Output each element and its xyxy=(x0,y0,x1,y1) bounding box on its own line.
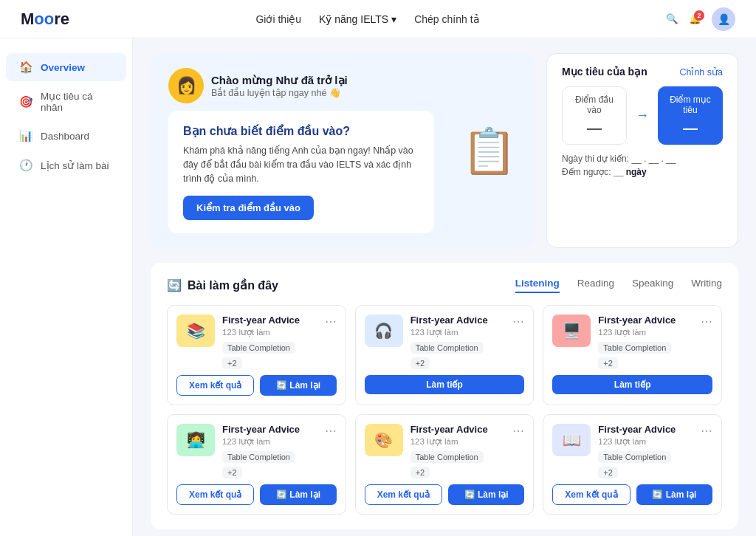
goal-edit-link[interactable]: Chỉnh sửa xyxy=(679,66,723,78)
continue-button[interactable]: Làm tiếp xyxy=(552,375,712,394)
home-icon: 🏠 xyxy=(19,61,33,74)
tag-more: +2 xyxy=(598,357,618,369)
goal-date: Ngày thi dự kiến: __ . __ . __ xyxy=(562,154,723,164)
welcome-card: 👩 Chào mừng Như đã trở lại Bắt đầu luyện… xyxy=(151,53,535,248)
clock-icon: 🕐 xyxy=(19,159,33,172)
card-more-button[interactable]: ⋯ xyxy=(512,424,524,438)
exercise-card: 🎧 First-year Advice 123 lượt làm Table C… xyxy=(355,305,535,405)
view-result-button[interactable]: Xem kết quả xyxy=(176,375,254,396)
view-result-button[interactable]: Xem kết quả xyxy=(552,484,630,505)
main-content: 👩 Chào mừng Như đã trở lại Bắt đầu luyện… xyxy=(133,38,756,536)
search-button[interactable]: 🔍 xyxy=(666,13,678,24)
card-actions: Xem kết quả 🔄 Làm lại xyxy=(176,484,337,505)
tag-more: +2 xyxy=(410,467,430,478)
target-score-box: Điểm mục tiêu — xyxy=(658,86,723,145)
tag-item: Table Completion xyxy=(410,451,484,463)
card-title: First-year Advice xyxy=(598,315,693,326)
card-more-button[interactable]: ⋯ xyxy=(701,424,712,438)
continue-button[interactable]: Làm tiếp xyxy=(365,375,525,394)
sidebar-item-personal-goal[interactable]: 🎯 Mục tiêu cá nhân xyxy=(6,83,126,120)
card-actions: Xem kết quả 🔄 Làm lại xyxy=(552,484,712,505)
sidebar-item-goal-label: Mục tiêu cá nhân xyxy=(41,90,113,113)
card-plays: 123 lượt làm xyxy=(410,436,506,447)
notifications-button[interactable]: 🔔 2 xyxy=(689,13,701,24)
exercise-card: 🎨 First-year Advice 123 lượt làm Table C… xyxy=(355,414,535,515)
main-nav: Giới thiệu Kỹ năng IELTS ▾ Chép chính tả xyxy=(255,13,479,25)
nav-skills-dropdown[interactable]: Kỹ năng IELTS ▾ xyxy=(319,13,396,25)
recent-section-header: 🔄 Bài làm gần đây Listening Reading Spea… xyxy=(167,278,722,293)
recent-section-title: 🔄 Bài làm gần đây xyxy=(167,278,278,292)
card-title: First-year Advice xyxy=(222,424,317,435)
goal-scores: Điểm đầu vào — → Điểm mục tiêu — xyxy=(562,86,723,145)
sidebar-item-overview[interactable]: 🏠 Overview xyxy=(6,53,126,81)
sidebar-item-history[interactable]: 🕐 Lịch sử làm bài xyxy=(6,151,126,179)
header: Moore Giới thiệu Kỹ năng IELTS ▾ Chép ch… xyxy=(0,0,756,38)
sidebar-item-dashboard-label: Dashboard xyxy=(41,131,89,142)
card-more-button[interactable]: ⋯ xyxy=(701,315,712,329)
sidebar-item-dashboard[interactable]: 📊 Dashboard xyxy=(6,122,126,150)
tag-item: Table Completion xyxy=(410,342,484,354)
sidebar-item-overview-label: Overview xyxy=(41,62,85,73)
tab-writing[interactable]: Writing xyxy=(691,278,722,293)
goal-title: Mục tiêu của bạn xyxy=(562,66,647,78)
card-top: 📚 First-year Advice 123 lượt làm Table C… xyxy=(176,315,337,369)
tab-reading[interactable]: Reading xyxy=(577,278,614,293)
view-result-button[interactable]: Xem kết quả xyxy=(176,484,254,505)
avatar-placeholder: 👤 xyxy=(718,13,730,25)
redo-button[interactable]: 🔄 Làm lại xyxy=(260,375,336,396)
card-thumbnail: 🎧 xyxy=(365,315,403,347)
tag-more: +2 xyxy=(410,357,430,369)
tab-speaking[interactable]: Speaking xyxy=(632,278,673,293)
logo: Moore xyxy=(21,10,69,29)
goal-countdown: Đếm ngược: __ ngày xyxy=(562,167,723,177)
card-info: First-year Advice 123 lượt làm Table Com… xyxy=(222,315,317,369)
card-info: First-year Advice 123 lượt làm Table Com… xyxy=(598,315,693,369)
entry-test-desc: Khám phá khả năng tiếng Anh của bạn ngay… xyxy=(183,144,419,185)
card-actions: Xem kết quả 🔄 Làm lại xyxy=(176,375,337,396)
tag-item: Table Completion xyxy=(598,342,671,354)
card-info: First-year Advice 123 lượt làm Table Com… xyxy=(598,424,693,478)
redo-button[interactable]: 🔄 Làm lại xyxy=(448,484,524,505)
card-tags: Table Completion +2 xyxy=(222,451,317,478)
card-plays: 123 lượt làm xyxy=(410,327,506,337)
card-title: First-year Advice xyxy=(410,315,506,326)
card-title: First-year Advice xyxy=(410,424,506,435)
entry-score-box: Điểm đầu vào — xyxy=(562,86,627,145)
notifications-badge: 2 xyxy=(694,10,704,21)
welcome-illustration: 📋 xyxy=(461,125,517,177)
card-tags: Table Completion +2 xyxy=(222,342,317,369)
card-top: 📖 First-year Advice 123 lượt làm Table C… xyxy=(552,424,712,478)
tag-item: Table Completion xyxy=(598,451,671,463)
card-actions: Làm tiếp xyxy=(552,375,712,394)
redo-button[interactable]: 🔄 Làm lại xyxy=(260,484,336,505)
tag-more: +2 xyxy=(222,467,242,478)
tag-more: +2 xyxy=(222,357,242,369)
recent-icon: 🔄 xyxy=(167,278,182,292)
card-top: 🖥️ First-year Advice 123 lượt làm Table … xyxy=(552,315,712,369)
target-score-label: Điểm mục tiêu xyxy=(670,95,711,115)
nav-dictation[interactable]: Chép chính tả xyxy=(414,13,479,25)
exercise-card: 📚 First-year Advice 123 lượt làm Table C… xyxy=(167,305,346,405)
tag-item: Table Completion xyxy=(222,342,295,354)
entry-test-button[interactable]: Kiểm tra điểm đầu vào xyxy=(183,196,314,220)
card-thumbnail: 📚 xyxy=(176,315,215,347)
nav-intro[interactable]: Giới thiệu xyxy=(255,13,301,25)
target-score-value: — xyxy=(667,120,713,137)
user-avatar[interactable]: 👤 xyxy=(712,7,735,31)
exercise-card: 📖 First-year Advice 123 lượt làm Table C… xyxy=(543,414,722,515)
entry-score-label: Điểm đầu vào xyxy=(575,95,614,115)
entry-score-value: — xyxy=(571,120,617,137)
user-avatar-large: 👩 xyxy=(168,68,204,103)
card-more-button[interactable]: ⋯ xyxy=(512,315,524,329)
card-more-button[interactable]: ⋯ xyxy=(325,424,337,438)
greeting-main: Chào mừng Như đã trở lại xyxy=(211,74,348,87)
chevron-down-icon: ▾ xyxy=(391,13,396,25)
arrow-icon: → xyxy=(636,108,649,123)
tag-item: Table Completion xyxy=(222,451,295,463)
tab-listening[interactable]: Listening xyxy=(515,278,560,293)
view-result-button[interactable]: Xem kết quả xyxy=(365,484,442,505)
card-title: First-year Advice xyxy=(222,315,317,326)
greeting-text: Chào mừng Như đã trở lại Bắt đầu luyện t… xyxy=(211,74,348,98)
card-more-button[interactable]: ⋯ xyxy=(325,315,337,329)
redo-button[interactable]: 🔄 Làm lại xyxy=(636,484,712,505)
